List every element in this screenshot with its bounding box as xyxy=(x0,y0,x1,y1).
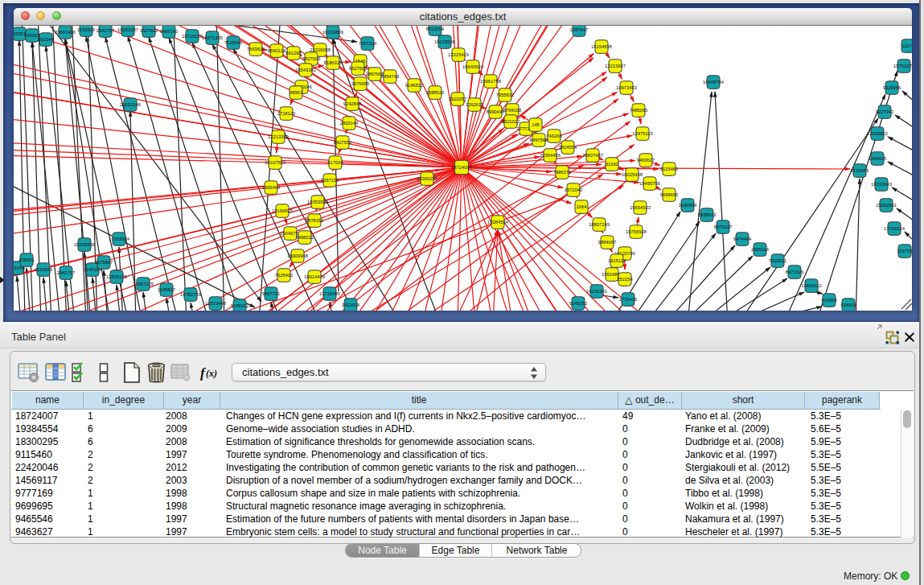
svg-text:1413634: 1413634 xyxy=(342,303,360,307)
svg-text:2935114: 2935114 xyxy=(751,247,770,252)
svg-text:5498222: 5498222 xyxy=(296,235,314,240)
svg-text:1588520: 1588520 xyxy=(426,90,445,95)
svg-text:1965494: 1965494 xyxy=(262,185,281,190)
svg-text:11174: 11174 xyxy=(901,43,912,48)
svg-text:19654923: 19654923 xyxy=(630,205,651,210)
svg-text:12093822: 12093822 xyxy=(867,131,888,136)
svg-text:(x): (x) xyxy=(206,368,217,379)
svg-text:1156829: 1156829 xyxy=(77,27,95,32)
svg-text:16543382: 16543382 xyxy=(295,68,316,72)
svg-text:18807249: 18807249 xyxy=(589,222,610,227)
svg-text:19495756: 19495756 xyxy=(639,181,660,186)
svg-text:9474444: 9474444 xyxy=(733,237,752,241)
svg-text:9242848: 9242848 xyxy=(343,101,362,106)
svg-text:1640954: 1640954 xyxy=(679,203,697,208)
svg-text:1156829: 1156829 xyxy=(35,267,52,272)
svg-text:9227342: 9227342 xyxy=(876,109,894,114)
svg-text:9975887: 9975887 xyxy=(95,260,113,265)
svg-text:924565: 924565 xyxy=(821,298,836,303)
svg-text:20807487: 20807487 xyxy=(582,153,603,158)
svg-text:2087647: 2087647 xyxy=(570,27,589,32)
svg-text:8813054: 8813054 xyxy=(426,27,445,31)
svg-text:8938923: 8938923 xyxy=(698,212,717,217)
svg-text:6466160: 6466160 xyxy=(160,29,179,34)
svg-text:8990448: 8990448 xyxy=(487,109,505,114)
svg-text:924509: 924509 xyxy=(840,303,856,307)
svg-text:20364456: 20364456 xyxy=(540,153,561,158)
svg-text:3675685: 3675685 xyxy=(351,81,370,86)
svg-text:16961758: 16961758 xyxy=(480,79,501,84)
svg-text:7955812: 7955812 xyxy=(496,93,515,97)
svg-text:746266: 746266 xyxy=(546,134,561,138)
svg-text:19166825: 19166825 xyxy=(272,208,293,213)
svg-text:16648784: 16648784 xyxy=(703,80,725,84)
svg-text:1733426: 1733426 xyxy=(619,297,638,302)
svg-text:18724007: 18724007 xyxy=(451,165,472,170)
svg-text:7515546: 7515546 xyxy=(224,40,243,45)
svg-text:1527602: 1527602 xyxy=(140,28,158,33)
svg-text:9827509: 9827509 xyxy=(302,56,321,61)
svg-text:62160: 62160 xyxy=(606,162,618,167)
svg-text:3322057: 3322057 xyxy=(449,97,467,101)
svg-text:3824554: 3824554 xyxy=(559,145,577,150)
svg-text:6879197: 6879197 xyxy=(714,225,733,229)
svg-text:8186328: 8186328 xyxy=(324,60,343,65)
svg-text:7632621: 7632621 xyxy=(769,258,787,263)
svg-text:1195817: 1195817 xyxy=(158,287,175,292)
svg-text:12213369: 12213369 xyxy=(268,134,289,139)
svg-text:10025438: 10025438 xyxy=(622,172,643,177)
svg-text:98961: 98961 xyxy=(290,90,302,95)
svg-text:23226058: 23226058 xyxy=(310,47,331,52)
svg-text:2942757: 2942757 xyxy=(57,270,76,275)
svg-text:17016514: 17016514 xyxy=(884,226,906,231)
svg-text:12823448: 12823448 xyxy=(205,301,226,306)
svg-text:9527508: 9527508 xyxy=(349,66,368,71)
svg-text:9884067: 9884067 xyxy=(598,240,617,245)
svg-text:1244415: 1244415 xyxy=(869,156,887,161)
svg-text:10654112: 10654112 xyxy=(801,283,821,288)
svg-text:9115460: 9115460 xyxy=(660,167,678,171)
svg-text:13325419: 13325419 xyxy=(448,52,469,57)
svg-text:2803144: 2803144 xyxy=(340,121,359,126)
svg-text:1362615: 1362615 xyxy=(466,102,484,107)
svg-text:7357224: 7357224 xyxy=(359,41,377,46)
svg-text:891295: 891295 xyxy=(285,51,301,56)
svg-text:116753: 116753 xyxy=(897,249,912,253)
svg-text:7485063: 7485063 xyxy=(630,108,648,113)
svg-text:18300295: 18300295 xyxy=(417,176,437,181)
svg-text:16671355: 16671355 xyxy=(202,35,223,40)
svg-text:19218506: 19218506 xyxy=(434,39,455,44)
svg-text:9245012: 9245012 xyxy=(231,303,249,308)
svg-text:19384554: 19384554 xyxy=(487,220,509,225)
svg-text:20053346: 20053346 xyxy=(120,102,141,107)
svg-text:8427552: 8427552 xyxy=(334,140,352,145)
svg-text:18107553: 18107553 xyxy=(265,160,285,165)
svg-text:391544: 391544 xyxy=(38,37,54,42)
svg-text:20691406: 20691406 xyxy=(55,30,76,35)
svg-text:15909948: 15909948 xyxy=(287,253,308,258)
svg-text:9699695: 9699695 xyxy=(660,192,679,197)
svg-text:6794028: 6794028 xyxy=(503,108,522,113)
svg-text:1615112: 1615112 xyxy=(608,258,626,263)
svg-text:17957225: 17957225 xyxy=(133,282,154,286)
svg-text:8454749: 8454749 xyxy=(381,74,400,79)
svg-text:1572040: 1572040 xyxy=(565,187,583,192)
svg-text:10653287: 10653287 xyxy=(117,27,138,32)
svg-text:7986372: 7986372 xyxy=(553,170,572,175)
svg-text:15692901: 15692901 xyxy=(876,203,897,208)
svg-text:16033809: 16033809 xyxy=(322,30,343,35)
svg-text:15751074: 15751074 xyxy=(893,64,912,68)
svg-text:7663822: 7663822 xyxy=(247,47,265,51)
svg-text:8660124: 8660124 xyxy=(268,48,286,53)
svg-text:16640910: 16640910 xyxy=(462,64,483,69)
svg-text:2718120: 2718120 xyxy=(277,111,296,116)
svg-text:16210643: 16210643 xyxy=(871,182,892,187)
svg-text:16914479: 16914479 xyxy=(304,274,325,279)
svg-text:10973493: 10973493 xyxy=(616,85,637,90)
svg-text:9463627: 9463627 xyxy=(637,158,655,163)
svg-text:3267130: 3267130 xyxy=(321,178,339,183)
svg-text:16154838: 16154838 xyxy=(591,44,612,49)
svg-text:8471626: 8471626 xyxy=(786,270,804,274)
svg-text:252254: 252254 xyxy=(617,277,633,282)
svg-text:12975115: 12975115 xyxy=(632,131,652,136)
